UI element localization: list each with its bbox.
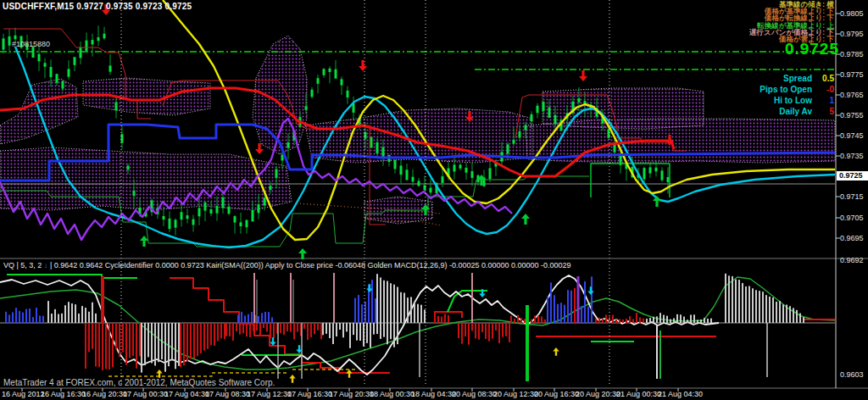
price-axis-label: 0.9755 [840,111,864,119]
chart-title: USDCHFFXF,M15 0.9727 0.9735 0.9723 0.972… [3,2,192,11]
time-axis-label: 18 Aug 00:30 [370,390,415,398]
sub-down-arrow-icon [587,286,594,295]
price-axis-label: 0.9795 [840,30,864,38]
time-axis-label: 17 Aug 16:30 [287,390,332,398]
current-price-display: 0.9725 [785,40,839,58]
price-axis-label: 0.9705 [840,214,864,222]
time-axis-label: 16 Aug 20:30 [82,390,127,398]
sub-down-arrow-icon [270,337,276,346]
time-axis-label: 16 Aug 16:30 [41,390,86,398]
info-row: Hi to Low1 [760,95,834,106]
time-axis-label: 20 Aug 16:30 [534,390,579,398]
price-axis-label: 0.9715 [840,192,864,201]
price-axis-label: 0.9692 [840,256,864,264]
price-axis-label: 0.9603 [840,370,864,379]
indicator-window-header: VQ | 5, 3, 2 ↓ | 0.9642 0.9642 CycleIden… [3,261,571,269]
price-info-panel: Spread0.5Pips to Open-0Hi to Low1Daily A… [760,73,834,117]
time-axis-label: 17 Aug 20:30 [329,390,374,398]
time-axis-label: 17 Aug 12:30 [247,390,292,398]
sell-arrow-icon [255,143,264,154]
sub-indicator-lines [0,275,835,376]
price-axis-label: 0.9695 [840,234,864,242]
time-axis-label: 17 Aug 04:30 [164,390,209,398]
sell-arrow-icon [359,60,367,71]
sub-up-arrow-icon [553,347,559,356]
price-axis[interactable]: 0.9725 0.98050.97950.97850.97750.97650.9… [836,0,868,388]
time-axis-label: 21 Aug 04:30 [658,390,703,398]
price-axis-label: 0.9745 [840,131,864,140]
chart-canvas[interactable] [0,0,868,400]
time-axis-label: 18 Aug 04:30 [411,390,456,398]
platform-watermark: MetaTrader 4 at FOREX.com, c 2001-2012, … [3,378,275,387]
time-axis-label: 16 Aug 2012 [2,390,45,398]
time-axis-label: 20 Aug 12:30 [493,390,538,398]
indicator-values: | 0.9642 0.9642 CycleIdentifier 0.0000 0… [47,261,570,269]
time-axis[interactable]: 16 Aug 201216 Aug 16:3016 Aug 20:3017 Au… [0,389,868,400]
price-axis-label: 0.9805 [840,9,864,18]
price-axis-label: 0.9765 [840,91,864,99]
sub-up-arrow-icon [289,375,296,383]
buy-arrow-icon [653,196,661,207]
order-ticket-label: #10815880 [12,40,50,48]
sub-green-step-1 [7,275,137,278]
price-axis-label: 0.9775 [840,70,864,79]
price-axis-label: 0.9785 [840,50,864,58]
price-axis-label: 0.9735 [840,152,864,160]
buy-arrow-icon [521,214,530,225]
mt4-chart-window: USDCHFFXF,M15 0.9727 0.9735 0.9723 0.972… [0,0,868,400]
time-axis-label: 20 Aug 08:30 [452,390,497,398]
sell-arrow-icon [579,70,587,81]
buy-arrow-icon [298,248,307,259]
indicator-vq-label: VQ | 5, 3, 2 [3,261,44,269]
current-price-tag: 0.9725 [837,171,868,181]
sub-yellow-dash-1 [108,373,288,376]
info-row: Spread0.5 [760,73,834,84]
time-axis-label: 17 Aug 08:30 [205,390,250,398]
time-axis-label: 17 Aug 00:30 [123,390,168,398]
info-row: Daily Av5 [760,106,834,117]
time-axis-label: 20 Aug 20:30 [576,390,620,398]
time-axis-label: 21 Aug 00:30 [616,390,661,398]
buy-arrow-icon [140,236,148,247]
info-row: Pips to Open-0 [760,84,834,95]
ichimoku-status-legend: 基準線の傾き: 横価格が基準線より: 下価格が転換線より: 下転換線が基準線より… [749,1,834,42]
